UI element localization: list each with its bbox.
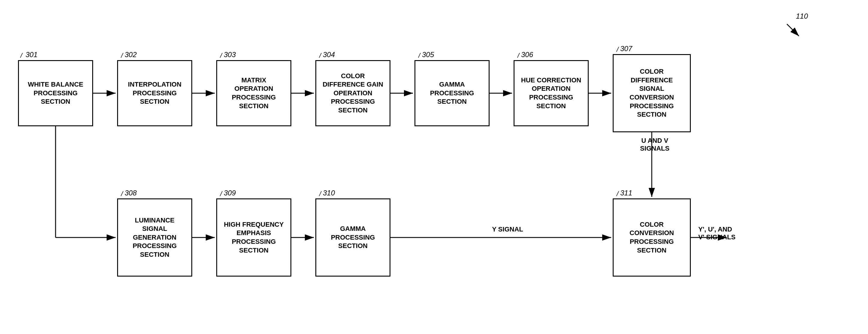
block-309-label: HIGH FREQUENCYEMPHASISPROCESSINGSECTION bbox=[224, 220, 283, 255]
block-302: INTERPOLATIONPROCESSINGSECTION bbox=[117, 60, 192, 126]
block-309: HIGH FREQUENCYEMPHASISPROCESSINGSECTION bbox=[216, 198, 291, 277]
ref-309: 309 bbox=[224, 189, 236, 197]
ref-304-tick: / bbox=[319, 52, 321, 59]
ref-307-tick: / bbox=[617, 46, 618, 54]
y-signal-label: Y SIGNAL bbox=[480, 225, 535, 233]
block-310: GAMMAPROCESSINGSECTION bbox=[315, 198, 391, 277]
block-305: GAMMAPROCESSINGSECTION bbox=[414, 60, 490, 126]
svg-line-0 bbox=[787, 24, 799, 36]
ref-308: 308 bbox=[125, 189, 137, 197]
ref-306: 306 bbox=[521, 51, 533, 59]
block-306-label: HUE CORRECTIONOPERATIONPROCESSINGSECTION bbox=[521, 76, 581, 110]
block-304: COLORDIFFERENCE GAINOPERATIONPROCESSINGS… bbox=[315, 60, 391, 126]
block-301: WHITE BALANCEPROCESSINGSECTION bbox=[18, 60, 93, 126]
block-310-label: GAMMAPROCESSINGSECTION bbox=[331, 225, 375, 250]
ref-307: 307 bbox=[620, 45, 632, 53]
block-306: HUE CORRECTIONOPERATIONPROCESSINGSECTION bbox=[514, 60, 589, 126]
block-307: COLORDIFFERENCESIGNALCONVERSIONPROCESSIN… bbox=[613, 54, 691, 132]
block-303-label: MATRIXOPERATIONPROCESSINGSECTION bbox=[232, 76, 276, 110]
ref-311-tick: / bbox=[617, 190, 618, 198]
block-308-label: LUMINANCESIGNALGENERATIONPROCESSINGSECTI… bbox=[133, 216, 177, 259]
block-302-label: INTERPOLATIONPROCESSINGSECTION bbox=[128, 80, 181, 106]
ref-305-tick: / bbox=[418, 52, 420, 59]
ref-110: 110 bbox=[796, 12, 808, 21]
ref-301-tick: / bbox=[21, 52, 22, 59]
ref-310-tick: / bbox=[319, 190, 321, 198]
block-311: COLORCONVERSIONPROCESSINGSECTION bbox=[613, 198, 691, 277]
ref-304: 304 bbox=[323, 51, 335, 59]
block-307-label: COLORDIFFERENCESIGNALCONVERSIONPROCESSIN… bbox=[629, 67, 674, 119]
ref-310: 310 bbox=[323, 189, 335, 197]
ref-303-tick: / bbox=[220, 52, 222, 59]
diagram-container: 110 bbox=[0, 0, 868, 334]
ref-303: 303 bbox=[224, 51, 236, 59]
block-303: MATRIXOPERATIONPROCESSINGSECTION bbox=[216, 60, 291, 126]
block-308: LUMINANCESIGNALGENERATIONPROCESSINGSECTI… bbox=[117, 198, 192, 277]
ref-306-tick: / bbox=[518, 52, 519, 59]
output-signals-label: Y', U', ANDV' SIGNALS bbox=[698, 225, 764, 241]
ref-301: 301 bbox=[26, 51, 37, 59]
ref-309-tick: / bbox=[220, 190, 222, 198]
ref-302: 302 bbox=[125, 51, 137, 59]
ref-302-tick: / bbox=[121, 52, 123, 59]
ref-311: 311 bbox=[620, 189, 632, 197]
block-301-label: WHITE BALANCEPROCESSINGSECTION bbox=[28, 80, 84, 106]
block-311-label: COLORCONVERSIONPROCESSINGSECTION bbox=[629, 220, 674, 255]
uv-signals-label: U AND VSIGNALS bbox=[628, 137, 682, 152]
ref-305: 305 bbox=[422, 51, 434, 59]
ref-308-tick: / bbox=[121, 190, 123, 198]
block-304-label: COLORDIFFERENCE GAINOPERATIONPROCESSINGS… bbox=[322, 72, 383, 115]
block-305-label: GAMMAPROCESSINGSECTION bbox=[430, 80, 474, 106]
